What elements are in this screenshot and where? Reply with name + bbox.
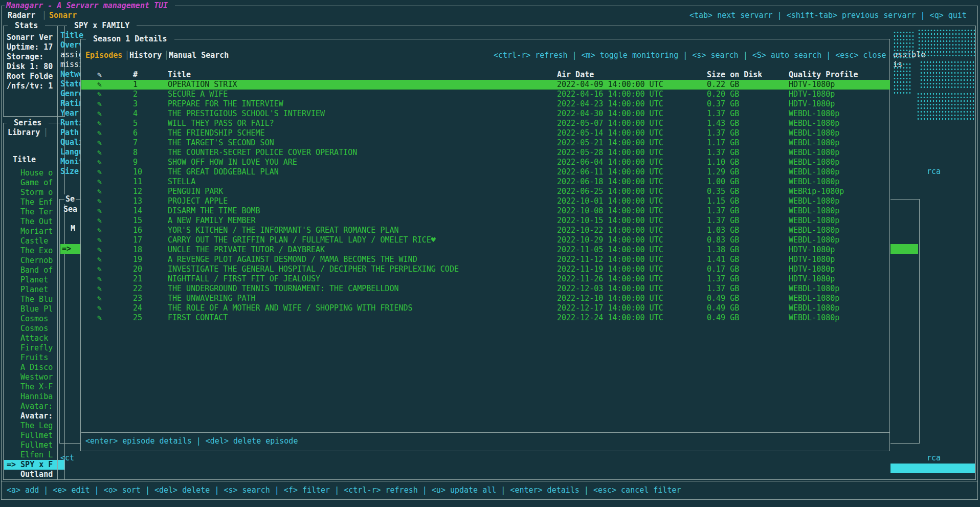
episode-row[interactable]: ✎8THE COUNTER-SECRET POLICE COVER OPERAT… — [81, 148, 890, 158]
episode-row[interactable]: ✎22THE UNDERGROUND TENNIS TOURNAMENT: TH… — [81, 284, 890, 294]
episode-size: 1.15 GB — [707, 196, 739, 206]
episode-row[interactable]: ✎2SECURE A WIFE2022-04-16 14:00:00 UTC0.… — [81, 90, 890, 99]
selected-season-row-fragment — [890, 244, 918, 254]
episode-row[interactable]: ✎16YOR'S KITCHEN / THE INFORMANT'S GREAT… — [81, 226, 890, 235]
column-header-number[interactable]: # — [133, 70, 138, 80]
series-list-item[interactable]: The Enf — [4, 197, 64, 207]
episode-row[interactable]: ✎13PROJECT APPLE2022-10-01 14:00:00 UTC1… — [81, 196, 890, 206]
series-list-item[interactable]: Moriart — [4, 227, 64, 236]
series-list-item[interactable]: Chernob — [4, 256, 64, 266]
series-list-item[interactable]: Fruits — [4, 353, 64, 363]
series-list-item[interactable]: Fullmet — [4, 440, 64, 450]
episode-row[interactable]: ✎24THE ROLE OF A MOTHER AND WIFE / SHOPP… — [81, 303, 890, 313]
series-list-item[interactable]: Attack — [4, 334, 64, 343]
series-list-item[interactable]: Avatar: — [4, 402, 64, 411]
tab-episodes[interactable]: Episodes — [85, 51, 122, 60]
series-list-item[interactable]: Avatar: — [4, 411, 64, 421]
tab-library[interactable]: Library — [8, 128, 40, 138]
column-header-air-date[interactable]: Air Date — [557, 70, 594, 80]
episode-row[interactable]: ✎7THE TARGET'S SECOND SON2022-05-21 14:0… — [81, 138, 890, 148]
episode-row[interactable]: ✎11STELLA2022-06-18 14:00:00 UTC1.00 GBW… — [81, 177, 890, 187]
episode-number: 15 — [133, 216, 142, 226]
tab-history[interactable]: History — [129, 51, 162, 60]
episode-row[interactable]: ✎9SHOW OFF HOW IN LOVE YOU ARE2022-06-04… — [81, 158, 890, 167]
column-header-quality[interactable]: Quality Profile — [789, 70, 858, 80]
tab-radarr[interactable]: Radarr — [8, 11, 35, 20]
episode-number: 6 — [133, 128, 138, 138]
series-list-item[interactable]: Game of — [4, 178, 64, 188]
episode-size: 1.41 GB — [707, 255, 739, 264]
episode-air-date: 2022-06-25 14:00:00 UTC — [557, 187, 663, 196]
episode-title: PREPARE FOR THE INTERVIEW — [168, 99, 283, 109]
series-list-item[interactable]: Planet — [4, 275, 64, 285]
episode-quality: WEBDL-1080p — [789, 196, 839, 206]
series-list-item[interactable]: Blue Pl — [4, 304, 64, 314]
episode-row[interactable]: ✎3PREPARE FOR THE INTERVIEW2022-04-23 14… — [81, 99, 890, 109]
episode-row[interactable]: ✎5WILL THEY PASS OR FAIL?2022-05-07 14:0… — [81, 119, 890, 128]
series-list-item[interactable]: Planet — [4, 285, 64, 295]
series-list-item[interactable]: The Blu — [4, 295, 64, 304]
episode-title: CARRY OUT THE GRIFFIN PLAN / FULLMETAL L… — [168, 235, 436, 245]
monitoring-icon: ✎ — [97, 187, 102, 196]
episode-row[interactable]: ✎25FIRST CONTACT2022-12-24 14:00:00 UTC0… — [81, 313, 890, 323]
column-header-title[interactable]: Title — [168, 70, 191, 80]
episode-size: 1.17 GB — [707, 138, 739, 148]
series-list-item[interactable]: The Leg — [4, 421, 64, 431]
episode-row[interactable]: ✎1OPERATION STRIX2022-04-09 14:00:00 UTC… — [81, 80, 890, 90]
series-list-item[interactable]: Elfen L — [4, 450, 64, 460]
series-list-item[interactable]: Band of — [4, 266, 64, 275]
episode-quality: WEBDL-1080p — [789, 235, 839, 245]
series-list-item[interactable]: The Out — [4, 217, 64, 227]
series-list-item[interactable]: Firefly — [4, 343, 64, 353]
series-list-item[interactable]: The X-F — [4, 382, 64, 392]
series-list-item[interactable]: Cosmos — [4, 324, 64, 334]
poster-braille-art — [918, 29, 975, 57]
series-list-item[interactable]: Hanniba — [4, 392, 64, 402]
episode-air-date: 2022-12-17 14:00:00 UTC — [557, 303, 663, 313]
seasons-box-border-stub — [890, 199, 919, 200]
episode-row[interactable]: ✎17CARRY OUT THE GRIFFIN PLAN / FULLMETA… — [81, 235, 890, 245]
episode-title: THE ROLE OF A MOTHER AND WIFE / SHOPPING… — [168, 303, 413, 313]
episode-number: 10 — [133, 167, 142, 177]
stats-panel-title: Stats — [8, 21, 45, 31]
episode-title: WILL THEY PASS OR FAIL? — [168, 119, 274, 128]
episode-row[interactable]: ✎15A NEW FAMILY MEMBER2022-10-15 14:00:0… — [81, 216, 890, 226]
series-list-item[interactable]: The Exo — [4, 246, 64, 256]
column-header-size[interactable]: Size on Disk — [707, 70, 762, 80]
series-list-item[interactable]: A Disco — [4, 363, 64, 372]
series-list-item[interactable]: Outland — [4, 470, 64, 479]
series-list-item[interactable]: House o — [4, 168, 64, 178]
tab-sonarr[interactable]: Sonarr — [49, 11, 77, 20]
series-list-item[interactable]: The Ter — [4, 207, 64, 217]
poster-braille-art — [917, 92, 975, 122]
episode-air-date: 2022-11-19 14:00:00 UTC — [557, 264, 663, 274]
series-list-item[interactable]: Westwor — [4, 372, 64, 382]
series-list-item[interactable]: Storm o — [4, 188, 64, 197]
episode-row[interactable]: ✎10THE GREAT DODGEBALL PLAN2022-06-11 14… — [81, 167, 890, 177]
monitoring-icon: ✎ — [97, 80, 102, 90]
episode-row[interactable]: ✎12PENGUIN PARK2022-06-25 14:00:00 UTC0.… — [81, 187, 890, 196]
series-list-item[interactable]: Castle — [4, 236, 64, 246]
series-list-item[interactable]: Cosmos — [4, 314, 64, 324]
episode-quality: WEBDL-1080p — [789, 284, 839, 294]
episode-row[interactable]: ✎21NIGHTFALL / FIRST FIT OF JEALOUSY2022… — [81, 274, 890, 284]
monitoring-icon: ✎ — [97, 226, 102, 235]
episode-quality: HDTV-1080p — [789, 80, 835, 90]
episode-title: UNCLE THE PRIVATE TUTOR / DAYBREAK — [168, 245, 325, 255]
selected-season-row-fragment[interactable]: => — [60, 244, 80, 254]
episode-air-date: 2022-11-05 14:00:00 UTC — [557, 245, 663, 255]
episode-row[interactable]: ✎23THE UNWAVERING PATH2022-12-10 14:00:0… — [81, 294, 890, 303]
episode-number: 9 — [133, 158, 138, 167]
episode-row[interactable]: ✎20INVESTIGATE THE GENERAL HOSPITAL / DE… — [81, 264, 890, 274]
episode-row[interactable]: ✎18UNCLE THE PRIVATE TUTOR / DAYBREAK202… — [81, 245, 890, 255]
tab-manual-search[interactable]: Manual Search — [169, 51, 229, 60]
episode-row[interactable]: ✎14DISARM THE TIME BOMB2022-10-08 14:00:… — [81, 206, 890, 216]
episode-row[interactable]: ✎6THE FRIENDSHIP SCHEME2022-05-14 14:00:… — [81, 128, 890, 138]
episode-row[interactable]: ✎4THE PRESTIGIOUS SCHOOL'S INTERVIEW2022… — [81, 109, 890, 119]
series-list-item[interactable]: => SPY x F — [4, 460, 64, 470]
series-list-item[interactable]: Fullmet — [4, 431, 64, 440]
episode-size: 1.37 GB — [707, 284, 739, 294]
episode-title: SECURE A WIFE — [168, 90, 228, 99]
episode-row[interactable]: ✎19A REVENGE PLOT AGAINST DESMOND / MAMA… — [81, 255, 890, 264]
monitoring-icon: ✎ — [97, 109, 102, 119]
